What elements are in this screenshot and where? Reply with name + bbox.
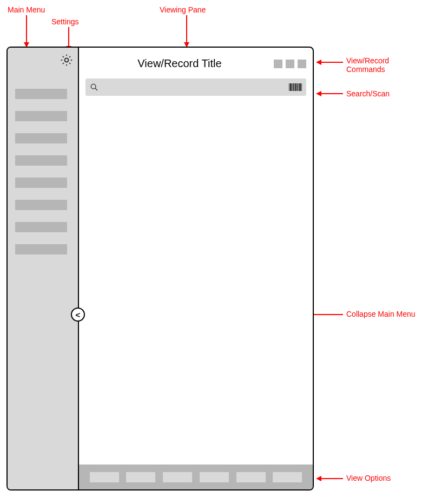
arrow-search bbox=[316, 90, 343, 97]
svg-line-16 bbox=[95, 88, 97, 90]
svg-point-14 bbox=[65, 58, 69, 62]
search-input[interactable] bbox=[103, 83, 285, 91]
annotation-search-scan: Search/Scan bbox=[346, 89, 390, 98]
menu-items bbox=[15, 89, 74, 254]
menu-item[interactable] bbox=[15, 155, 67, 166]
page-title: View/Record Title bbox=[85, 57, 274, 70]
viewing-body bbox=[79, 96, 313, 465]
arrow-commands bbox=[316, 58, 343, 66]
command-button[interactable] bbox=[274, 60, 282, 68]
menu-item[interactable] bbox=[15, 133, 67, 143]
search-scan-bar[interactable] bbox=[85, 79, 306, 96]
gear-icon[interactable] bbox=[60, 53, 74, 67]
view-options-bar bbox=[79, 465, 313, 489]
menu-item[interactable] bbox=[15, 89, 67, 99]
viewing-pane: View/Record Title bbox=[79, 48, 313, 489]
svg-marker-13 bbox=[316, 476, 321, 481]
sidebar-main-menu: < bbox=[8, 48, 79, 489]
view-option[interactable] bbox=[163, 472, 192, 482]
annotation-settings: Settings bbox=[51, 17, 79, 26]
svg-marker-7 bbox=[316, 60, 321, 65]
view-option[interactable] bbox=[90, 472, 119, 482]
command-button[interactable] bbox=[286, 60, 294, 68]
arrow-main-menu bbox=[23, 15, 30, 48]
view-option[interactable] bbox=[126, 472, 155, 482]
annotation-view-record-commands: View/Record Commands bbox=[346, 56, 389, 74]
annotation-viewing-pane: Viewing Pane bbox=[160, 5, 206, 14]
menu-item[interactable] bbox=[15, 111, 67, 121]
barcode-icon[interactable] bbox=[289, 83, 302, 91]
view-option[interactable] bbox=[236, 472, 266, 482]
svg-marker-9 bbox=[316, 91, 321, 96]
menu-item[interactable] bbox=[15, 222, 67, 232]
arrow-viewing-pane bbox=[183, 15, 190, 48]
app-window: < View/Record Title bbox=[6, 47, 314, 491]
command-button[interactable] bbox=[298, 60, 306, 68]
search-icon bbox=[90, 83, 98, 91]
annotation-view-options: View Options bbox=[346, 474, 391, 482]
menu-item[interactable] bbox=[15, 178, 67, 188]
menu-item[interactable] bbox=[15, 244, 67, 254]
arrow-view-options bbox=[316, 475, 343, 482]
view-option[interactable] bbox=[273, 472, 302, 482]
menu-item[interactable] bbox=[15, 200, 67, 210]
view-option[interactable] bbox=[200, 472, 229, 482]
view-record-commands bbox=[274, 60, 306, 68]
annotation-main-menu: Main Menu bbox=[8, 5, 45, 14]
header: View/Record Title bbox=[79, 48, 313, 75]
annotation-collapse-main-menu: Collapse Main Menu bbox=[346, 310, 416, 318]
svg-point-15 bbox=[91, 84, 96, 89]
